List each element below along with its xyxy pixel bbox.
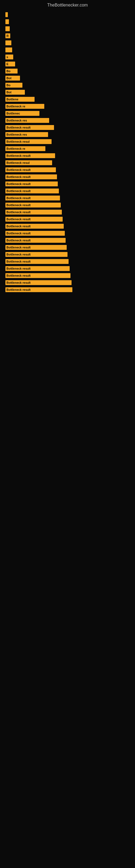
bar-row: Bottleneck result — [5, 216, 130, 222]
bar-row: Bo — [5, 68, 130, 74]
bar-label: Bottleneck result — [6, 274, 31, 277]
bar-label: Bottleneck result — [6, 231, 31, 235]
bar-label: Bottleneck result — [6, 196, 31, 199]
bar: Bo — [5, 69, 17, 73]
bar-label: Bottleneck result — [6, 267, 31, 270]
bar: Bottleneck result — [5, 182, 58, 186]
bar-label: Bo — [6, 69, 10, 73]
bar: Bottleneck result — [5, 125, 54, 130]
bar: s — [5, 55, 13, 59]
bar-label: Bottleneck res — [6, 119, 27, 122]
bar: Bottleneck result — [5, 245, 67, 250]
bar-row: Bottleneck result — [5, 174, 130, 180]
bar-row: Bottleneck result — [5, 280, 130, 286]
bar-label: Bottleneck re — [6, 147, 26, 150]
bar-label: Bottleneck result — [6, 168, 31, 172]
bar — [5, 12, 8, 17]
bar-row: Bot — [5, 89, 130, 95]
bar: R — [5, 33, 10, 38]
site-header: TheBottlenecker.com — [0, 0, 135, 9]
bar-label: Bottleneck result — [6, 126, 31, 129]
bar — [5, 26, 10, 31]
bar: Bottlenec — [5, 111, 39, 116]
bar — [5, 19, 9, 24]
bar-label: Bottleneck result — [6, 239, 31, 242]
bar-label: R — [6, 34, 9, 37]
bar: Bottleneck result — [5, 188, 59, 193]
bar: Bot — [5, 76, 20, 81]
bar-row: R — [5, 33, 130, 39]
bar-row: Bottleneck resul — [5, 160, 130, 166]
bar: Bottleneck resul — [5, 160, 52, 165]
bar-row: Bottleneck result — [5, 195, 130, 201]
bar: Bottleneck result — [5, 210, 62, 215]
bar-row: E — [5, 61, 130, 67]
bar-row — [5, 40, 130, 46]
bar-row: Bottleneck result — [5, 209, 130, 215]
bar-label: Bottleneck resul — [6, 140, 30, 143]
bar: Bottleneck re — [5, 104, 44, 109]
bar: Bottleneck result — [5, 217, 63, 222]
bar-row: Bottlenec — [5, 111, 130, 116]
bar-label: Bottleneck result — [6, 175, 31, 179]
bar-label: Bottleneck result — [6, 154, 31, 157]
bar: Bot — [5, 90, 25, 95]
bar — [5, 40, 11, 45]
bar-label: Bottleneck result — [6, 281, 31, 284]
bar-row: Bottleneck result — [5, 287, 130, 293]
bar-row: Bottleneck re — [5, 103, 130, 109]
bar-row: Bottleneck result — [5, 153, 130, 159]
bar-label: Bottleneck result — [6, 246, 31, 249]
bar-label: Bottlene — [6, 98, 18, 101]
bar: Bo — [5, 83, 22, 88]
bar-row: Bottleneck result — [5, 273, 130, 279]
bar-row: Bottleneck result — [5, 237, 130, 243]
bar-row: Bottleneck res — [5, 131, 130, 137]
bar-row: Bottleneck result — [5, 188, 130, 194]
bar-row: Bottleneck result — [5, 251, 130, 257]
bar-row: Bottleneck res — [5, 118, 130, 123]
bar-row — [5, 12, 130, 18]
bar-label: Bottleneck result — [6, 260, 31, 263]
bar-row: Bottleneck result — [5, 223, 130, 229]
bar-label: Bottleneck result — [6, 204, 31, 207]
bar: Bottlene — [5, 97, 35, 102]
bar-row: Bottleneck result — [5, 167, 130, 173]
bar: Bottleneck re — [5, 146, 45, 151]
bar-label: Bottleneck result — [6, 189, 31, 193]
bar-label: Bot — [6, 91, 11, 94]
bar-label: Bottleneck result — [6, 253, 31, 256]
bar-label: Bottleneck result — [6, 225, 31, 228]
bar-row: Bottleneck result — [5, 266, 130, 272]
bar-label: Bottleneck result — [6, 218, 31, 221]
bar-label: Bottleneck re — [6, 105, 26, 108]
bar: Bottleneck result — [5, 195, 60, 200]
bar: Bottleneck result — [5, 153, 55, 158]
bar-label: Bottleneck resul — [6, 161, 30, 164]
bar: Bottleneck result — [5, 273, 71, 278]
bar-row: Bo — [5, 82, 130, 88]
bar: Bottleneck result — [5, 203, 61, 208]
bar-row: s — [5, 54, 130, 60]
bar-label: E — [6, 62, 8, 66]
bar: Bottleneck result — [5, 231, 65, 236]
site-title: TheBottlenecker.com — [0, 0, 135, 9]
bar-row — [5, 47, 130, 53]
bar-row: Bottleneck result — [5, 181, 130, 187]
bar: Bottleneck res — [5, 132, 48, 137]
bar-row — [5, 19, 130, 25]
bar-row: Bottlene — [5, 96, 130, 102]
bar: Bottleneck result — [5, 252, 68, 257]
chart-area: RsEBoBotBoBotBottleneBottleneck reBottle… — [5, 9, 130, 297]
bar: Bottleneck result — [5, 259, 69, 264]
bar: Bottleneck resul — [5, 139, 52, 144]
bar-label: Bottlenec — [6, 112, 20, 115]
bar-row: Bot — [5, 75, 130, 81]
bar-row: Bottleneck result — [5, 244, 130, 250]
bar-row: Bottleneck result — [5, 124, 130, 130]
bar: Bottleneck result — [5, 224, 64, 229]
bar: Bottleneck res — [5, 118, 49, 123]
bar: Bottleneck result — [5, 175, 57, 179]
bar-label: Bottleneck result — [6, 182, 31, 186]
bar-row: Bottleneck result — [5, 202, 130, 208]
